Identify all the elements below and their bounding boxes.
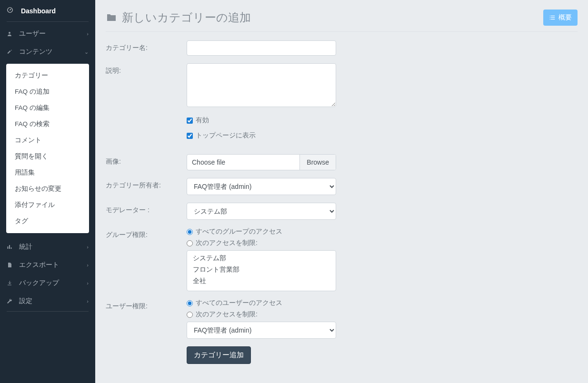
svg-point-1 [10,10,10,10]
group-all-radio[interactable] [187,229,193,235]
svg-rect-8 [550,17,550,18]
sidebar-submenu: カテゴリー FAQ の追加 FAQ の編集 FAQ の検索 コメント 質問を開く… [6,64,89,233]
svg-rect-10 [550,19,550,20]
list-icon [549,14,556,21]
download-icon [7,280,15,286]
edit-icon [7,49,15,55]
submenu-faq-add[interactable]: FAQ の追加 [6,84,89,100]
sidebar-item-label: エクスポート [19,261,59,269]
group-option[interactable]: システム部 [187,253,336,264]
image-label: 画像: [106,154,187,166]
sidebar-item-label: 統計 [19,243,32,251]
file-input[interactable]: Choose file Browse [187,154,336,170]
submenu-comments[interactable]: コメント [6,132,89,148]
svg-rect-5 [11,247,12,249]
svg-rect-7 [551,16,555,16]
user-restrict-radio[interactable] [187,312,193,318]
group-restrict-radio[interactable] [187,240,193,246]
svg-rect-4 [9,245,10,249]
sidebar-item-label: 設定 [19,297,32,305]
show-top-checkbox[interactable] [187,133,193,139]
user-select[interactable]: FAQ管理者 (admin) [187,322,336,339]
folder-icon [106,12,117,23]
file-placeholder: Choose file [187,155,299,170]
sidebar: Dashboard ユーザー › コンテンツ ⌄ カテゴリー FAQ の追加 F… [0,0,95,383]
svg-rect-11 [551,19,555,20]
sidebar-dashboard[interactable]: Dashboard [0,0,95,20]
sidebar-item-label: ユーザー [19,29,46,38]
submenu-category[interactable]: カテゴリー [6,68,89,84]
submenu-attachments[interactable]: 添付ファイル [6,197,89,213]
file-icon [7,262,15,268]
page-title: 新しいカテゴリーの追加 [106,10,251,25]
sidebar-item-export[interactable]: エクスポート › [0,256,95,274]
description-label: 説明: [106,63,187,75]
sidebar-item-backup[interactable]: バックアップ › [0,274,95,292]
moderator-select[interactable]: システム部 [187,203,336,220]
page-header: 新しいカテゴリーの追加 概要 [106,10,578,32]
divider [7,21,89,22]
show-top-label: トップページに表示 [196,131,256,140]
overview-button[interactable]: 概要 [543,10,578,26]
sidebar-dashboard-label: Dashboard [21,7,56,15]
sidebar-item-stats[interactable]: 統計 › [0,238,95,256]
description-textarea[interactable] [187,63,336,107]
group-option[interactable]: 全社 [187,275,336,287]
sidebar-item-users[interactable]: ユーザー › [0,25,95,43]
svg-point-2 [9,32,10,34]
user-all-label: すべてのユーザーのアクセス [196,299,282,307]
category-name-input[interactable] [187,40,336,56]
svg-rect-9 [551,17,555,18]
group-multiselect[interactable]: システム部 フロント営業部 全社 [187,250,336,291]
page-title-text: 新しいカテゴリーの追加 [122,10,251,25]
group-all-label: すべてのグループのアクセス [196,227,282,236]
sidebar-item-label: コンテンツ [19,48,52,56]
owner-label: カテゴリー所有者: [106,178,187,190]
submenu-tags[interactable]: タグ [6,213,89,229]
stats-icon [7,244,15,250]
submenu-open-questions[interactable]: 質問を開く [6,148,89,165]
submenu-faq-edit[interactable]: FAQ の編集 [6,100,89,116]
user-all-radio[interactable] [187,300,193,306]
owner-select[interactable]: FAQ管理者 (admin) [187,178,336,195]
dashboard-icon [7,7,15,13]
overview-button-label: 概要 [558,13,572,22]
sidebar-item-settings[interactable]: 設定 › [0,292,95,310]
submit-button[interactable]: カテゴリー追加 [187,346,251,364]
moderator-label: モデレーター : [106,203,187,215]
enabled-checkbox[interactable] [187,118,193,124]
chevron-right-icon: › [87,280,89,286]
chevron-right-icon: › [87,31,89,37]
svg-rect-3 [8,246,9,249]
divider [7,311,89,312]
sidebar-item-label: バックアップ [19,279,59,287]
sidebar-item-contents[interactable]: コンテンツ ⌄ [0,43,95,61]
svg-rect-6 [550,16,550,16]
chevron-right-icon: › [87,244,89,250]
file-browse-label: Browse [299,155,336,170]
submenu-news[interactable]: お知らせの変更 [6,181,89,197]
user-perm-label: ユーザー権限: [106,299,187,311]
user-restrict-label: 次のアクセスを制限: [196,310,258,319]
enabled-label: 有効 [196,116,209,125]
group-option[interactable]: フロント営業部 [187,264,336,275]
main-content: 新しいカテゴリーの追加 概要 カテゴリー名: 説明: [95,0,588,383]
chevron-right-icon: › [87,298,89,304]
chevron-right-icon: › [87,262,89,268]
group-restrict-label: 次のアクセスを制限: [196,239,258,247]
category-name-label: カテゴリー名: [106,40,187,52]
wrench-icon [7,298,15,304]
chevron-down-icon: ⌄ [84,49,89,55]
user-icon [7,31,15,37]
category-form: カテゴリー名: 説明: 有効 トップページに表示 [106,40,578,364]
submenu-faq-search[interactable]: FAQ の検索 [6,116,89,132]
group-perm-label: グループ権限: [106,227,187,239]
submenu-glossary[interactable]: 用語集 [6,165,89,181]
